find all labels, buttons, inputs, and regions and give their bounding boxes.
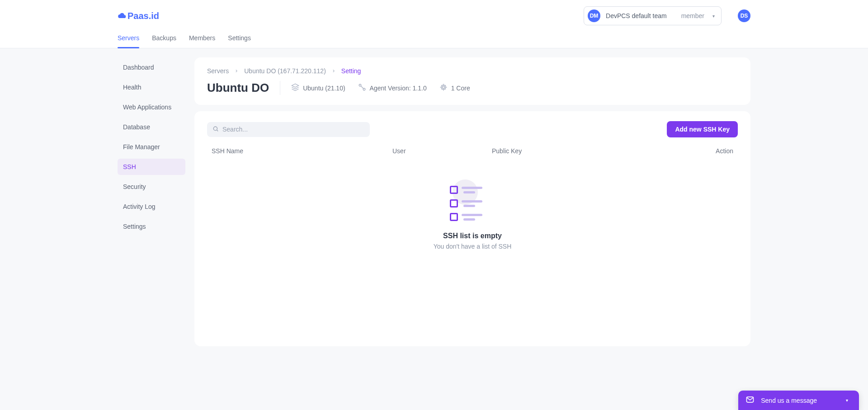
chevron-down-icon: ▾ [846, 398, 848, 403]
page-title: Ubuntu DO [207, 81, 280, 95]
add-ssh-key-button[interactable]: Add new SSH Key [667, 121, 738, 137]
logo-text: Paas.id [127, 11, 159, 21]
chevron-right-icon [234, 67, 239, 75]
server-header-card: Servers Ubuntu DO (167.71.220.112) Setti… [194, 57, 750, 105]
ssh-list-card: Add new SSH Key SSH Name User Public Key… [194, 111, 750, 346]
svg-marker-0 [292, 84, 299, 88]
mail-icon [745, 395, 755, 405]
col-public-key: Public Key [492, 147, 697, 155]
sidebar-item-health[interactable]: Health [118, 79, 185, 95]
chat-widget[interactable]: Send us a message ▾ [738, 391, 859, 410]
sidebar-item-web-applications[interactable]: Web Applications [118, 99, 185, 115]
meta-cores: 1 Core [439, 83, 470, 93]
topnav-label: Settings [228, 34, 251, 42]
table-header: SSH Name User Public Key Action [207, 144, 738, 159]
meta-agent-label: Agent Version: 1.1.0 [370, 85, 427, 92]
breadcrumb: Servers Ubuntu DO (167.71.220.112) Setti… [207, 67, 738, 75]
sidebar-item-activity-log[interactable]: Activity Log [118, 198, 185, 215]
sidebar-item-file-manager[interactable]: File Manager [118, 139, 185, 155]
sidebar-item-database[interactable]: Database [118, 119, 185, 135]
empty-state: SSH list is empty You don't have a list … [207, 159, 738, 286]
empty-subtitle: You don't have a list of SSH [207, 243, 738, 250]
sidebar-item-ssh[interactable]: SSH [118, 159, 185, 175]
breadcrumb-server[interactable]: Ubuntu DO (167.71.220.112) [244, 67, 326, 75]
empty-title: SSH list is empty [207, 232, 738, 240]
meta-os: Ubuntu (21.10) [291, 83, 345, 93]
svg-rect-5 [442, 86, 444, 89]
sidebar-item-security[interactable]: Security [118, 179, 185, 195]
sidebar-item-label: File Manager [123, 143, 160, 151]
chevron-right-icon [331, 67, 336, 75]
cloud-icon [118, 11, 127, 20]
cpu-icon [439, 83, 448, 93]
search-box[interactable] [207, 122, 370, 137]
layers-icon [291, 83, 299, 93]
svg-point-10 [213, 127, 217, 130]
chevron-down-icon: ▾ [712, 14, 715, 19]
chat-label: Send us a message [761, 397, 817, 404]
meta-os-label: Ubuntu (21.10) [303, 85, 345, 92]
col-action: Action [697, 147, 733, 155]
topnav-settings[interactable]: Settings [228, 30, 251, 48]
topnav-members[interactable]: Members [189, 30, 215, 48]
team-avatar: DM [588, 9, 600, 22]
sidebar-item-label: Database [123, 123, 150, 131]
sidebar-item-settings[interactable]: Settings [118, 218, 185, 235]
logo[interactable]: Paas.id [118, 11, 159, 21]
svg-rect-4 [441, 85, 445, 90]
meta-cores-label: 1 Core [451, 85, 470, 92]
sidebar-item-label: SSH [123, 163, 136, 170]
topnav-servers[interactable]: Servers [118, 30, 139, 48]
sidebar-item-label: Web Applications [123, 104, 171, 111]
search-icon [212, 126, 219, 133]
sidebar-item-label: Settings [123, 223, 146, 230]
svg-line-11 [217, 130, 218, 131]
nodes-icon [358, 83, 366, 93]
topnav-label: Backups [152, 34, 176, 42]
user-avatar[interactable]: DS [738, 9, 750, 22]
breadcrumb-current: Setting [341, 67, 361, 75]
sidebar-item-dashboard[interactable]: Dashboard [118, 59, 185, 75]
topnav-backups[interactable]: Backups [152, 30, 176, 48]
svg-line-3 [361, 86, 363, 89]
sidebar-item-label: Activity Log [123, 203, 156, 210]
topnav-label: Servers [118, 34, 139, 42]
sidebar-item-label: Health [123, 84, 141, 91]
search-input[interactable] [222, 126, 364, 133]
topbar: Paas.id DM DevPCS default team member ▾ … [0, 0, 868, 48]
team-role: member [681, 12, 704, 19]
breadcrumb-servers[interactable]: Servers [207, 67, 229, 75]
team-name: DevPCS default team [606, 12, 667, 19]
sidebar-item-label: Security [123, 183, 146, 190]
col-user: User [392, 147, 492, 155]
col-ssh-name: SSH Name [212, 147, 392, 155]
sidebar: Dashboard Health Web Applications Databa… [118, 57, 185, 346]
meta-agent: Agent Version: 1.1.0 [358, 83, 427, 93]
sidebar-item-label: Dashboard [123, 64, 154, 71]
add-ssh-key-label: Add new SSH Key [675, 126, 730, 133]
topnav: Servers Backups Members Settings [118, 30, 750, 48]
empty-list-icon [450, 186, 495, 221]
topnav-label: Members [189, 34, 215, 42]
team-selector[interactable]: DM DevPCS default team member ▾ [584, 6, 722, 25]
